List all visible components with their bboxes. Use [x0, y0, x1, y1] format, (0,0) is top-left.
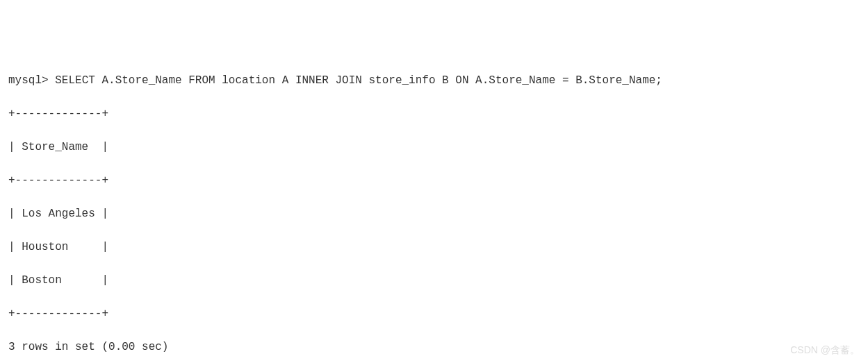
- table-separator: +-------------+: [8, 172, 860, 189]
- result-footer: 3 rows in set (0.00 sec): [8, 339, 860, 355]
- sql-query-1: SELECT A.Store_Name FROM location A INNE…: [55, 74, 662, 87]
- query-line-1: mysql> SELECT A.Store_Name FROM location…: [8, 72, 860, 89]
- watermark: CSDN @含蓄。: [790, 343, 860, 357]
- table-separator: +-------------+: [8, 105, 860, 122]
- table-header: | Store_Name |: [8, 139, 860, 155]
- table-separator: +-------------+: [8, 305, 860, 322]
- table-row: | Boston |: [8, 272, 860, 289]
- table-row: | Houston |: [8, 239, 860, 255]
- table-row: | Los Angeles |: [8, 205, 860, 222]
- mysql-prompt: mysql>: [8, 74, 55, 87]
